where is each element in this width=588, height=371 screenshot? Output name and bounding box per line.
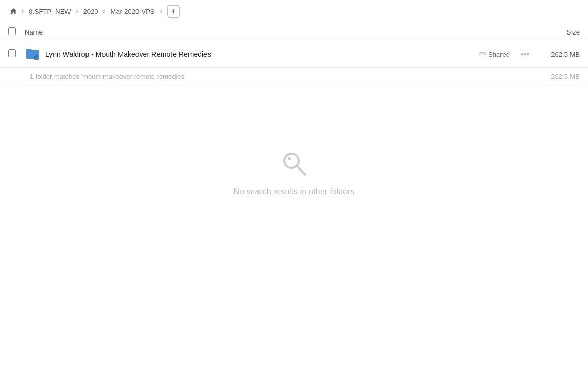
folder-icon: 🔗	[25, 46, 40, 62]
name-column-header: Name	[25, 28, 528, 36]
select-all-checkbox[interactable]	[8, 27, 16, 35]
svg-point-4	[288, 157, 291, 160]
svg-text:🔗: 🔗	[35, 56, 39, 60]
add-folder-button[interactable]: +	[167, 5, 180, 18]
breadcrumb-sep-1: ›	[22, 8, 24, 15]
shared-label: Shared	[488, 50, 510, 58]
file-name: Lynn Waldrop - Mouth Makeover Remote Rem…	[45, 50, 479, 58]
breadcrumb-sep-4: ›	[160, 8, 162, 15]
shared-badge: Shared	[479, 50, 510, 59]
no-results-text: No search results in other folders	[234, 187, 355, 196]
summary-row: 1 folder matches 'mouth makeover remote …	[0, 68, 588, 86]
header-checkbox-col	[8, 27, 25, 37]
breadcrumb-item-sftp[interactable]: 0.SFTP_NEW	[27, 7, 73, 16]
svg-line-3	[297, 166, 305, 175]
file-size: 262.5 MB	[539, 50, 580, 58]
no-results-search-icon	[279, 148, 309, 179]
breadcrumb-sep-3: ›	[103, 8, 106, 15]
more-icon: •••	[521, 50, 530, 58]
size-column-header: Size	[528, 28, 580, 36]
link-icon	[479, 50, 486, 59]
breadcrumb-item-2020[interactable]: 2020	[81, 7, 100, 16]
summary-size: 262.5 MB	[551, 73, 580, 80]
row-checkbox[interactable]	[8, 49, 16, 57]
empty-state: No search results in other folders	[0, 86, 588, 227]
more-options-button[interactable]: •••	[518, 47, 532, 61]
table-row[interactable]: 🔗 Lynn Waldrop - Mouth Makeover Remote R…	[0, 41, 588, 68]
home-button[interactable]	[8, 6, 19, 16]
column-header-row: Name Size	[0, 23, 588, 41]
row-checkbox-col	[8, 49, 25, 59]
breadcrumb-item-mar[interactable]: Mar-2020-VPS	[109, 7, 157, 16]
summary-text: 1 folder matches 'mouth makeover remote …	[30, 73, 551, 80]
breadcrumb-bar: › 0.SFTP_NEW › 2020 › Mar-2020-VPS › +	[0, 0, 588, 23]
breadcrumb-sep-2: ›	[76, 8, 78, 15]
